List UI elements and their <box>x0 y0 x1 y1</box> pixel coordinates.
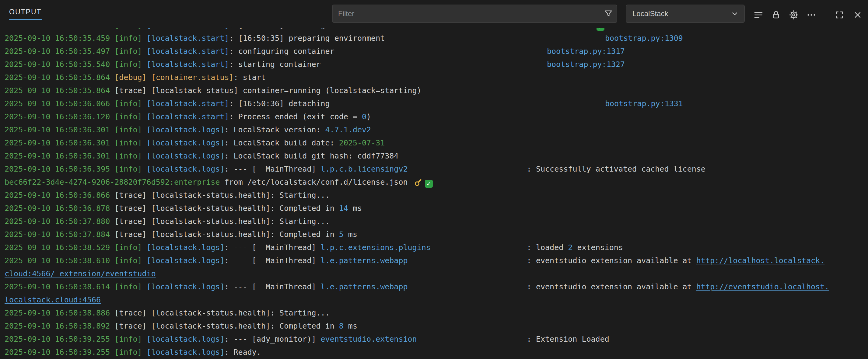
log-row: 2025-09-10 16:50:35.540 [info] [localsta… <box>0 58 868 71</box>
log-row: 2025-09-10 16:50:36.301 [info] [localsta… <box>0 150 868 162</box>
log-text: : LocalStack build date: <box>224 138 339 147</box>
log-text: 2025-09-10 16:50:35.864 <box>5 73 115 82</box>
log-output[interactable]: 2025-09-10 16:50:35.431 [info] [localsta… <box>0 28 868 359</box>
log-text: 4.7.1.dev2 <box>326 125 371 134</box>
log-row: 2025-09-10 16:50:35.864 [trace] [localst… <box>0 84 868 97</box>
log-text: 14 <box>339 204 348 213</box>
log-text: [info] <box>115 47 146 56</box>
source-location-link[interactable]: bootstrap.py:1331 <box>605 97 683 110</box>
source-location-link[interactable]: bootstrap.py:1327 <box>547 58 625 71</box>
close-panel-icon[interactable] <box>851 9 864 21</box>
log-row: 2025-09-10 16:50:38.892 [trace] [localst… <box>0 320 868 332</box>
log-text: [info] <box>115 138 146 147</box>
log-text: [trace] [localstack-status] container=ru… <box>115 86 421 95</box>
log-text: 2025-09-10 16:50:35.864 <box>5 86 115 95</box>
log-link[interactable]: localstack.cloud:4566 <box>5 295 101 304</box>
log-text: [debug] [container.status] <box>115 73 234 82</box>
log-text: : starting container <box>229 60 321 69</box>
tab-output-label: OUTPUT <box>9 8 42 16</box>
log-row: 2025-09-10 16:50:36.878 [trace] [localst… <box>0 202 868 215</box>
log-text: : start <box>234 73 266 82</box>
tab-output[interactable]: OUTPUT <box>9 8 42 20</box>
log-text: from /etc/localstack/conf.d/license.json <box>220 178 412 187</box>
log-text: 2025-09-10 16:50:37.884 <box>5 230 115 239</box>
log-text: l.e.patterns.webapp <box>321 256 408 265</box>
log-text: : Ready. <box>224 348 261 357</box>
word-wrap-icon[interactable] <box>752 9 765 21</box>
log-row: 2025-09-10 16:50:39.255 [info] [localsta… <box>0 346 868 359</box>
log-text: 2 <box>568 243 572 252</box>
log-text: : Process ended (exit code = <box>229 112 362 121</box>
maximize-panel-icon[interactable] <box>833 9 845 21</box>
log-text: : --- [ MainThread] <box>224 256 320 265</box>
log-text: [trace] [localstack-status.health]: Comp… <box>115 322 339 330</box>
log-row: cloud:4566/_extension/eventstudio <box>0 267 868 280</box>
log-text <box>444 28 596 30</box>
log-row: 2025-09-10 16:50:39.255 [info] [localsta… <box>0 332 868 346</box>
log-text: 0 <box>362 112 366 121</box>
log-text: 2025-09-10 16:50:35.540 <box>5 60 115 69</box>
log-text: : [16:50:35] starting LocalStack in Dock… <box>229 28 444 30</box>
log-text: [localstack.logs] <box>147 152 225 160</box>
log-row: 2025-09-10 16:50:35.459 [info] [localsta… <box>0 32 868 45</box>
log-text: [localstack.logs] <box>147 243 225 252</box>
log-text: [info] <box>115 282 146 291</box>
log-text: 2025-07-31 <box>339 138 385 147</box>
source-location-link[interactable]: bootstrap.py:1309 <box>605 32 683 45</box>
log-text: : Extension Loaded <box>417 335 609 344</box>
log-text: : eventstudio extension available at <box>408 282 696 291</box>
log-text: 2025-09-10 16:50:38.614 <box>5 282 115 291</box>
log-text: : --- [ MainThread] <box>224 282 320 291</box>
log-row: 2025-09-10 16:50:36.866 [trace] [localst… <box>0 189 868 202</box>
log-row: 2025-09-10 16:50:38.610 [info] [localsta… <box>0 254 868 267</box>
log-text: [info] <box>115 348 146 357</box>
log-link[interactable]: http://eventstudio.localhost. <box>696 282 829 291</box>
log-text: 8 <box>339 322 344 330</box>
log-row: 2025-09-10 16:50:35.431 [info] [localsta… <box>0 28 868 32</box>
log-row: 2025-09-10 16:50:35.497 [info] [localsta… <box>0 45 868 58</box>
settings-gear-icon[interactable] <box>788 9 800 21</box>
log-text: l.e.patterns.webapp <box>321 282 408 291</box>
log-text: 2025-09-10 16:50:38.529 <box>5 243 115 252</box>
log-row: 2025-09-10 16:50:38.529 [info] [localsta… <box>0 241 868 254</box>
log-text: [localstack.logs] <box>147 125 225 134</box>
log-text: : Successfully activated cached license <box>408 165 706 173</box>
log-row: 2025-09-10 16:50:37.884 [trace] [localst… <box>0 228 868 241</box>
log-row: 2025-09-10 16:50:38.614 [info] [localsta… <box>0 280 868 293</box>
log-text: [localstack.start] <box>147 47 229 56</box>
log-row: 2025-09-10 16:50:36.301 [info] [localsta… <box>0 123 868 136</box>
check-icon <box>425 180 433 188</box>
log-text: [localstack.logs] <box>147 282 225 291</box>
filter-icon[interactable] <box>600 9 617 18</box>
log-text: [trace] [localstack-status.health]: Comp… <box>115 204 339 213</box>
log-text: [localstack.logs] <box>147 348 225 357</box>
auto-scroll-lock-icon[interactable] <box>770 9 782 21</box>
log-text: : --- [ MainThread] <box>224 165 320 173</box>
log-text: : configuring container <box>229 47 335 56</box>
log-text: [info] <box>115 34 146 42</box>
log-text: [info] <box>115 112 146 121</box>
log-text: 2025-09-10 16:50:35.459 <box>5 34 115 42</box>
log-rows: 2025-09-10 16:50:35.431 [info] [localsta… <box>0 28 868 359</box>
output-channel-select[interactable]: LocalStack <box>626 5 745 23</box>
log-text: ms <box>344 230 357 239</box>
log-text: 2025-09-10 16:50:36.120 <box>5 112 115 121</box>
log-text: 2025-09-10 16:50:35.497 <box>5 47 115 56</box>
log-row: 2025-09-10 16:50:36.301 [info] [localsta… <box>0 136 868 150</box>
log-text: [info] <box>115 99 146 108</box>
log-text: [trace] [localstack-status.health]: Star… <box>115 191 330 200</box>
log-link[interactable]: http://localhost.localstack. <box>696 256 825 265</box>
log-link[interactable]: cloud:4566/_extension/eventstudio <box>5 269 156 278</box>
more-actions-icon[interactable] <box>805 9 817 21</box>
log-row: 2025-09-10 16:50:38.886 [trace] [localst… <box>0 306 868 320</box>
log-row: 2025-09-10 16:50:36.120 [info] [localsta… <box>0 110 868 123</box>
filter-input[interactable] <box>333 5 600 22</box>
log-text: [localstack.start] <box>147 112 229 121</box>
log-text: l.p.c.b.licensingv2 <box>321 165 408 173</box>
log-text: : LocalStack build git hash: cddf77384 <box>224 152 398 160</box>
log-row: bec66f22-3d4e-4274-9206-28820f76d592:ent… <box>0 175 868 189</box>
log-text: 2025-09-10 16:50:36.066 <box>5 99 115 108</box>
source-location-link[interactable]: bootstrap.py:1317 <box>547 45 625 58</box>
log-text: [localstack.start] <box>147 99 229 108</box>
log-text: 2025-09-10 16:50:39.255 <box>5 348 115 357</box>
